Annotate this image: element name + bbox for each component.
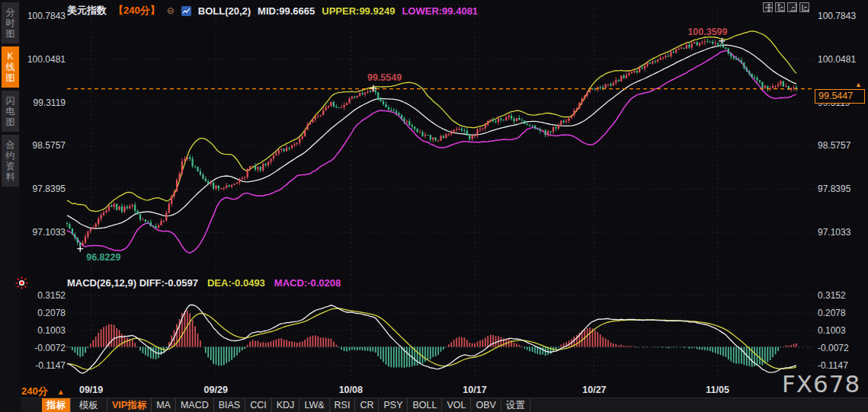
- symbol-name: 美元指数: [67, 4, 107, 18]
- current-price-box: 99.5447: [815, 89, 865, 104]
- alert-beacon-icon[interactable]: [15, 276, 28, 292]
- chart-header: 美元指数 【240分】 ⊖ BOLL(20,2) MID:99.6665 UPP…: [67, 4, 478, 18]
- indicator-chart-icon[interactable]: [181, 6, 191, 16]
- annotation-swing-high: 100.3599: [687, 27, 727, 37]
- macd-y-tick-right: -0.1147: [818, 360, 865, 371]
- price-up-arrow-icon: ▲: [855, 81, 862, 88]
- main-y-tick-right: 98.5757: [818, 140, 865, 151]
- chart-tool-buttons: [763, 2, 809, 12]
- annotation-swing-high: 99.5549: [367, 72, 402, 83]
- x-axis-date-label: 10/27: [573, 385, 616, 395]
- macd-y-tick-left: 0.2078: [21, 308, 66, 318]
- pan-tool-icon[interactable]: [763, 2, 773, 12]
- x-axis-date-label: 11/05: [697, 385, 739, 395]
- toolbar-item-设置[interactable]: 设置: [501, 398, 530, 412]
- boll-upper-value: UPPER:99.9249: [322, 5, 395, 17]
- sidebar-item-2[interactable]: K线图: [2, 46, 19, 88]
- left-axis-scale-icon[interactable]: [775, 2, 785, 12]
- indicator-toolbar: 指标模板VIP指标MAMACDBIASCCIKDJLW&RSICRPSYBOLL…: [0, 398, 868, 412]
- chart-window: 分时图K线图闪电图合约资料 美元指数 【240分】 ⊖ BOLL(20,2) M…: [0, 0, 868, 412]
- main-y-tick-left: 100.0481: [21, 54, 66, 65]
- toolbar-item-BIAS[interactable]: BIAS: [214, 398, 246, 412]
- toolbar-item-VIP指标[interactable]: VIP指标: [107, 398, 152, 412]
- period-selector[interactable]: 240分▲: [21, 385, 65, 398]
- toolbar-item-RSI[interactable]: RSI: [330, 398, 356, 412]
- macd-dea-value: DEA:-0.0493: [207, 277, 265, 289]
- toolbar-item-BOLL[interactable]: BOLL: [408, 398, 442, 412]
- toolbar-item-模板[interactable]: 模板: [71, 398, 107, 412]
- main-y-tick-left: 97.1033: [21, 227, 66, 238]
- macd-y-tick-right: 0.2078: [818, 308, 865, 318]
- boll-label: BOLL(20,2): [198, 5, 251, 17]
- macd-y-tick-right: 0.1003: [818, 325, 865, 336]
- x-axis-date-label: 09/29: [194, 385, 237, 395]
- toolbar-item-CR[interactable]: CR: [355, 398, 379, 412]
- toolbar-item-OBV[interactable]: OBV: [471, 398, 501, 412]
- macd-title: MACD(26,12,9) DIFF:-0.0597: [67, 277, 198, 289]
- x-axis-date-label: 10/08: [329, 385, 372, 395]
- macd-y-tick-right: 0.3152: [818, 290, 865, 301]
- main-y-tick-right: 100.7843: [818, 11, 865, 21]
- left-tab-bar: 分时图K线图闪电图合约资料: [0, 0, 21, 412]
- toolbar-item-LW&[interactable]: LW&: [299, 398, 329, 412]
- watermark: FX678: [782, 370, 860, 398]
- main-y-tick-left: 97.8395: [21, 184, 66, 194]
- toolbar-item-PSY[interactable]: PSY: [379, 398, 408, 412]
- macd-y-tick-left: -0.0072: [21, 343, 66, 353]
- price-chart-canvas[interactable]: [0, 0, 868, 412]
- toolbar-item-CCI[interactable]: CCI: [245, 398, 272, 412]
- toolbar-item-VOL[interactable]: VOL: [442, 398, 471, 412]
- macd-macd-value: MACD:-0.0208: [274, 277, 341, 289]
- sidebar-item-3[interactable]: 闪电图: [2, 91, 19, 132]
- period-label[interactable]: 【240分】: [114, 4, 160, 18]
- main-y-tick-left: 98.5757: [21, 140, 66, 151]
- time-axis-scale-icon[interactable]: [799, 2, 809, 12]
- boll-mid-value: MID:99.6665: [258, 5, 315, 17]
- annotation-swing-low: 96.8229: [86, 252, 120, 263]
- macd-y-tick-left: 0.1003: [21, 325, 66, 336]
- main-y-tick-right: 97.8395: [818, 184, 865, 194]
- period-dropdown-icon[interactable]: ▲: [57, 388, 65, 396]
- toolbar-item-KDJ[interactable]: KDJ: [272, 398, 300, 412]
- toolbar-item-指标[interactable]: 指标: [42, 398, 71, 412]
- macd-y-tick-left: -0.1147: [21, 360, 66, 371]
- macd-header: MACD(26,12,9) DIFF:-0.0597 DEA:-0.0493 M…: [67, 277, 341, 289]
- collapse-icon[interactable]: ⊖: [167, 5, 175, 16]
- x-axis-date-label: 09/19: [70, 385, 113, 395]
- main-y-tick-left: 99.3119: [21, 97, 66, 108]
- right-axis-scale-icon[interactable]: [787, 2, 797, 12]
- sidebar-item-4[interactable]: 合约资料: [2, 135, 19, 187]
- toolbar-item-MACD[interactable]: MACD: [176, 398, 214, 412]
- sidebar-item-1[interactable]: 分时图: [2, 2, 19, 43]
- main-y-tick-right: 100.0481: [818, 54, 865, 65]
- boll-lower-value: LOWER:99.4081: [402, 5, 478, 17]
- macd-y-tick-right: -0.0072: [818, 343, 865, 353]
- toolbar-item-MA[interactable]: MA: [152, 398, 176, 412]
- main-y-tick-right: 97.1033: [818, 227, 865, 238]
- main-y-tick-left: 100.7843: [21, 11, 66, 21]
- x-axis-date-label: 10/17: [453, 385, 496, 395]
